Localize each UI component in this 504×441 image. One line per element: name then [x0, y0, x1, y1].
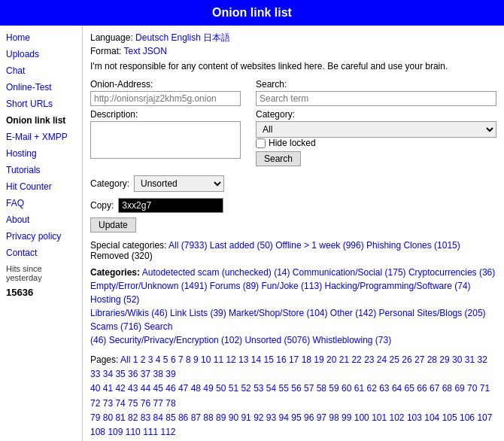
page-58[interactable]: 58: [317, 383, 326, 394]
page-81[interactable]: 81: [115, 412, 125, 423]
page-108[interactable]: 108: [90, 427, 105, 437]
page-83[interactable]: 83: [141, 412, 150, 423]
cat-scams[interactable]: Scams (716): [90, 321, 141, 332]
page-76[interactable]: 76: [141, 398, 150, 409]
category-unsorted-select[interactable]: Unsorted All: [134, 175, 224, 192]
page-103[interactable]: 103: [407, 412, 422, 423]
page-74[interactable]: 74: [115, 398, 125, 409]
sidebar-item-chat[interactable]: Chat: [0, 62, 82, 79]
category-select[interactable]: All Unsorted: [256, 121, 496, 138]
page-44[interactable]: 44: [141, 383, 150, 394]
update-button[interactable]: Update: [90, 217, 136, 233]
page-66[interactable]: 66: [417, 383, 427, 394]
cat-unsorted[interactable]: Unsorted (5076): [244, 335, 310, 345]
cat-crypto[interactable]: Cryptocurrencies (36): [408, 267, 495, 278]
page-41[interactable]: 41: [103, 383, 113, 394]
page-71[interactable]: 71: [480, 383, 490, 394]
page-93[interactable]: 93: [266, 412, 276, 423]
page-51[interactable]: 51: [229, 383, 238, 394]
page-111[interactable]: 111: [143, 427, 158, 437]
cat-forums[interactable]: Forums (89): [210, 281, 259, 291]
sidebar-item-about[interactable]: About: [0, 211, 82, 228]
search-input[interactable]: [256, 91, 496, 106]
page-61[interactable]: 61: [354, 383, 364, 394]
cat-whistleblowing[interactable]: Whistleblowing (73): [313, 335, 392, 345]
page-30[interactable]: 30: [452, 354, 462, 365]
format-json[interactable]: JSON: [143, 46, 167, 56]
page-35[interactable]: 35: [115, 369, 125, 379]
special-cat-all[interactable]: All (7933): [169, 240, 207, 251]
page-75[interactable]: 75: [128, 398, 138, 409]
page-106[interactable]: 106: [460, 412, 475, 423]
page-49[interactable]: 49: [203, 383, 213, 394]
sidebar-item-uploads[interactable]: Uploads: [0, 46, 82, 62]
page-20[interactable]: 20: [326, 354, 336, 365]
page-26[interactable]: 26: [402, 354, 411, 365]
format-text[interactable]: Text: [123, 46, 140, 56]
cat-link-lists[interactable]: Link Lists (39): [170, 308, 226, 318]
page-45[interactable]: 45: [153, 383, 163, 394]
page-24[interactable]: 24: [377, 354, 387, 365]
sidebar-item-tutorials[interactable]: Tutorials: [0, 162, 82, 178]
cat-search-46[interactable]: (46): [90, 335, 106, 345]
page-68[interactable]: 68: [442, 383, 452, 394]
page-36[interactable]: 36: [128, 369, 138, 379]
page-90[interactable]: 90: [229, 412, 238, 423]
page-105[interactable]: 105: [442, 412, 457, 423]
page-12[interactable]: 12: [226, 354, 235, 365]
page-52[interactable]: 52: [241, 383, 250, 394]
page-31[interactable]: 31: [465, 354, 475, 365]
page-65[interactable]: 65: [405, 383, 414, 394]
page-91[interactable]: 91: [241, 412, 250, 423]
page-3[interactable]: 3: [148, 354, 153, 365]
sidebar-item-onion-link-list[interactable]: Onion link list: [0, 112, 82, 129]
page-78[interactable]: 78: [165, 398, 175, 409]
page-15[interactable]: 15: [264, 354, 274, 365]
sidebar-item-hosting[interactable]: Hosting: [0, 145, 82, 162]
page-85[interactable]: 85: [165, 412, 175, 423]
page-38[interactable]: 38: [153, 369, 163, 379]
pages-all[interactable]: All: [120, 354, 130, 365]
cat-autodetected[interactable]: Autodetected scam (unchecked) (14): [142, 267, 290, 278]
cat-communication[interactable]: Communication/Social (175): [293, 267, 406, 278]
onion-address-input[interactable]: [90, 91, 241, 106]
sidebar-item-privacy-policy[interactable]: Privacy policy: [0, 228, 82, 245]
page-21[interactable]: 21: [339, 354, 349, 365]
page-18[interactable]: 18: [302, 354, 311, 365]
page-67[interactable]: 67: [430, 383, 439, 394]
page-82[interactable]: 82: [128, 412, 138, 423]
page-56[interactable]: 56: [291, 383, 301, 394]
search-button[interactable]: Search: [256, 151, 301, 166]
sidebar-item-hit-counter[interactable]: Hit Counter: [0, 178, 82, 195]
page-73[interactable]: 73: [103, 398, 113, 409]
page-96[interactable]: 96: [304, 412, 314, 423]
page-110[interactable]: 110: [126, 427, 141, 437]
page-84[interactable]: 84: [153, 412, 163, 423]
page-40[interactable]: 40: [90, 383, 100, 394]
page-8[interactable]: 8: [186, 354, 191, 365]
page-29[interactable]: 29: [439, 354, 449, 365]
sidebar-item-home[interactable]: Home: [0, 29, 82, 46]
page-89[interactable]: 89: [216, 412, 226, 423]
lang-english[interactable]: English: [171, 32, 200, 43]
page-13[interactable]: 13: [238, 354, 248, 365]
page-107[interactable]: 107: [477, 412, 492, 423]
cat-hacking[interactable]: Hacking/Programming/Software (74): [324, 281, 470, 291]
page-25[interactable]: 25: [390, 354, 399, 365]
page-60[interactable]: 60: [342, 383, 351, 394]
page-4[interactable]: 4: [156, 354, 161, 365]
special-cat-phishing[interactable]: Phishing Clones (1015): [366, 240, 460, 251]
page-39[interactable]: 39: [165, 369, 175, 379]
page-53[interactable]: 53: [254, 383, 263, 394]
page-42[interactable]: 42: [115, 383, 125, 394]
sidebar-item-online-test[interactable]: Online-Test: [0, 79, 82, 96]
page-88[interactable]: 88: [203, 412, 213, 423]
lang-deutsch[interactable]: Deutsch: [135, 32, 169, 43]
page-79[interactable]: 79: [90, 412, 100, 423]
page-70[interactable]: 70: [467, 383, 477, 394]
page-34[interactable]: 34: [103, 369, 113, 379]
page-86[interactable]: 86: [178, 412, 188, 423]
page-62[interactable]: 62: [366, 383, 376, 394]
page-104[interactable]: 104: [424, 412, 439, 423]
page-47[interactable]: 47: [178, 383, 188, 394]
